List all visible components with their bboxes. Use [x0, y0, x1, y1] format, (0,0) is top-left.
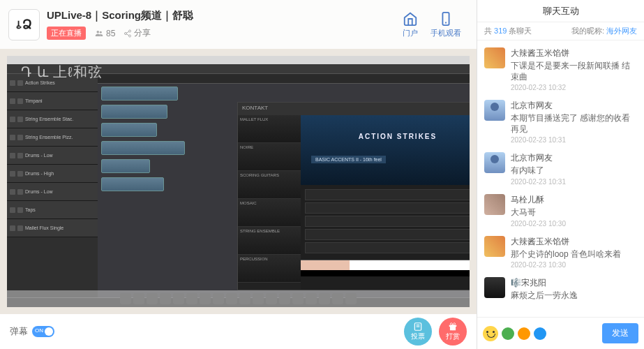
- chat-timestamp: 2020-02-23 10:31: [511, 178, 637, 186]
- stream-header: ⫰Ձ UPLive-8｜Scoring频道｜舒聪 正在直播 85 分享: [0, 0, 477, 49]
- user-avatar[interactable]: [484, 277, 505, 298]
- portal-button[interactable]: 门户: [403, 11, 418, 38]
- live-badge: 正在直播: [47, 27, 86, 40]
- share-button[interactable]: 分享: [123, 27, 151, 39]
- share-icon: [123, 29, 132, 38]
- viewer-count: 85: [94, 29, 115, 38]
- chat-text: 下课是不是要来一段新闻联播 结束曲: [511, 61, 637, 82]
- people-icon: [94, 29, 104, 38]
- chat-timestamp: 2020-02-23 10:31: [511, 136, 637, 144]
- user-avatar[interactable]: [484, 152, 505, 173]
- svg-line-6: [127, 34, 130, 35]
- chat-message: 北京市网友本期节目播送完了 感谢您的收看 再见2020-02-23 10:31: [483, 96, 638, 148]
- svg-point-4: [129, 35, 131, 37]
- qq-icon[interactable]: [534, 327, 546, 340]
- watermark: Դ և 上ℓ和弦: [21, 63, 103, 82]
- tip-button[interactable]: 打赏: [439, 318, 467, 346]
- send-button[interactable]: 发送: [602, 323, 638, 343]
- home-icon: [403, 11, 418, 27]
- video-player[interactable]: Action Strikes Timpani String Ensemble S…: [7, 56, 470, 307]
- my-nickname[interactable]: 海外网友: [606, 27, 637, 35]
- chat-message-list[interactable]: 大辣酱玉米馅饼下课是不是要来一段新闻联播 结束曲2020-02-23 10:32…: [477, 40, 644, 317]
- chat-message: 大辣酱玉米馅饼那个史诗的loop 音色叫啥来着2020-02-23 10:30: [483, 232, 638, 274]
- chat-timestamp: 2020-02-23 10:32: [511, 84, 637, 91]
- user-avatar[interactable]: [484, 100, 505, 121]
- chat-text: 大马哥: [511, 207, 637, 218]
- player-controls: 弹幕 ON 投票 打赏: [0, 314, 477, 349]
- chat-input-bar: 发送: [477, 317, 644, 349]
- weibo-icon[interactable]: [518, 327, 530, 340]
- danmu-label: 弹幕: [10, 325, 28, 338]
- stream-title: UPLive-8｜Scoring频道｜舒聪: [47, 9, 403, 22]
- vote-button[interactable]: 投票: [404, 318, 432, 346]
- chat-username[interactable]: 🎼宋兆阳: [511, 277, 637, 289]
- chat-username[interactable]: 大辣酱玉米馅饼: [511, 236, 637, 248]
- daw-screenshot: Action Strikes Timpani String Ensemble S…: [7, 56, 470, 307]
- chat-title: 聊天互动: [477, 0, 644, 22]
- chat-username[interactable]: 北京市网友: [511, 152, 637, 164]
- instrument-title: ACTION STRIKES: [301, 133, 470, 140]
- chat-text: 本期节目播送完了 感谢您的收看 再见: [511, 113, 637, 135]
- chat-message: 大辣酱玉米馅饼下课是不是要来一段新闻联播 结束曲2020-02-23 10:32: [483, 43, 638, 96]
- chat-message: 北京市网友有内味了2020-02-23 10:31: [483, 148, 638, 190]
- svg-line-5: [127, 31, 130, 33]
- chat-text: 麻烦之后一劳永逸: [511, 290, 637, 302]
- chat-text: 有内味了: [511, 165, 637, 177]
- chat-username[interactable]: 北京市网友: [511, 100, 637, 112]
- channel-logo[interactable]: ⫰Ձ: [8, 9, 40, 40]
- svg-point-2: [129, 30, 131, 32]
- chat-username[interactable]: 大辣酱玉米馅饼: [511, 47, 637, 59]
- mobile-watch-button[interactable]: 手机观看: [430, 11, 461, 38]
- chat-timestamp: 2020-02-23 10:30: [511, 220, 637, 228]
- chat-timestamp: 2020-02-23 10:30: [511, 261, 637, 269]
- vote-icon: [413, 322, 423, 332]
- user-avatar[interactable]: [484, 236, 505, 257]
- wechat-icon[interactable]: [502, 327, 514, 340]
- chat-stats: 共 319 条聊天 我的昵称: 海外网友: [477, 22, 644, 40]
- svg-point-0: [97, 30, 100, 33]
- track-list: Action Strikes Timpani String Ensemble S…: [7, 74, 98, 297]
- emoji-button[interactable]: [483, 326, 498, 341]
- chat-text: 那个史诗的loop 音色叫啥来着: [511, 249, 637, 260]
- phone-icon: [438, 11, 454, 27]
- chat-panel: 聊天互动 共 319 条聊天 我的昵称: 海外网友 大辣酱玉米馅饼下课是不是要来…: [477, 0, 644, 349]
- kontakt-window: KONTAKT MALLET FLUX NOIRE SCORING GUITAR…: [237, 102, 470, 290]
- macos-dock: [7, 290, 470, 307]
- svg-point-3: [125, 32, 127, 34]
- piano-keyboard: [301, 260, 470, 276]
- chat-message: 🎼宋兆阳麻烦之后一劳永逸: [483, 273, 638, 307]
- user-avatar[interactable]: [484, 47, 505, 68]
- user-avatar[interactable]: [484, 194, 505, 215]
- chat-username[interactable]: 马栓儿酥: [511, 194, 637, 206]
- chat-message: 马栓儿酥大马哥2020-02-23 10:30: [483, 190, 638, 232]
- svg-point-1: [100, 31, 102, 33]
- gift-icon: [448, 322, 458, 332]
- danmu-toggle[interactable]: ON: [32, 326, 54, 337]
